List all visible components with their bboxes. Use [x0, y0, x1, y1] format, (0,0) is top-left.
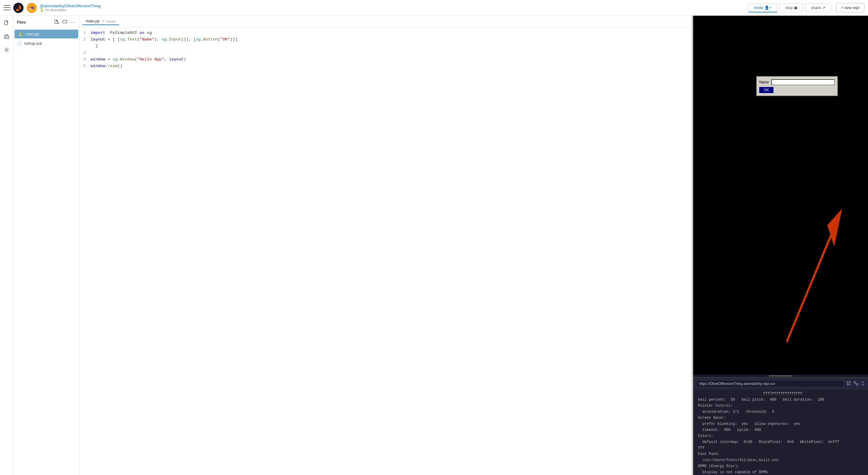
console-line-11: /usr/share/fonts/X11/misc,built-ins [698, 457, 863, 463]
file-item-main-py[interactable]: 🐍 main.py [14, 30, 78, 38]
console-line-0: fff7ffffffffffffff [698, 391, 863, 397]
invite-button[interactable]: invite 👤+ [748, 3, 777, 12]
tab-filename: main.py [86, 19, 100, 23]
python-icon: 🐍 [40, 8, 44, 12]
stop-button[interactable]: stop ◼ [779, 3, 803, 12]
user-avatar: 🦔 [27, 3, 37, 13]
gui-ok-button[interactable]: OK [759, 87, 773, 93]
svg-line-13 [856, 383, 856, 384]
hamburger-menu[interactable] [4, 4, 10, 11]
preview-scrollbar [693, 375, 868, 377]
python-file-icon: 🐍 [18, 32, 23, 36]
svg-rect-12 [856, 384, 858, 385]
console-expand-button[interactable] [854, 381, 858, 387]
console-line-5: prefer blanking: yes allow exposures: ye… [698, 421, 863, 427]
sidebar-icons [0, 16, 13, 475]
console-area: fff7ffffffffffffff bell percent: 50 bell… [693, 378, 868, 475]
code-body[interactable]: 1 import PySimpleGUI as sg 2 layout = [ … [80, 27, 692, 475]
console-line-10: Font Path: [698, 451, 863, 457]
console-line-2: Pointer Control: [698, 403, 863, 409]
console-close-button[interactable] [861, 381, 865, 386]
console-line-13: Display is not capable of DPMS [698, 469, 863, 475]
sidebar-icon-files[interactable] [3, 19, 10, 27]
console-line-6: timeout: 600 cycle: 600 [698, 427, 863, 433]
gui-dialog: Name OK [756, 76, 838, 96]
console-line-1: bell percent: 50 bell pitch: 400 bell du… [698, 397, 863, 403]
user-info: @alvendarthy/OliveOffensiveThing 🐍 No de… [40, 4, 100, 12]
file-name-main-py: main.py [25, 32, 39, 36]
new-folder-button[interactable] [62, 19, 68, 26]
gui-ok-row: OK [759, 87, 835, 93]
replit-logo [13, 3, 24, 13]
topbar-center-actions: invite 👤+ stop ◼ share ↗ [747, 3, 832, 12]
editor-tab-main-py[interactable]: main.py saved [82, 18, 119, 25]
console-line-3: acceleration: 2/1 threshold: 4 [698, 409, 863, 415]
main-layout: Files ⋯ 🐍 [0, 16, 868, 475]
code-line-3: 3 [80, 50, 692, 56]
gui-dialog-row: Name [759, 79, 835, 85]
arrow-annotation [693, 16, 868, 375]
files-label: Files [17, 20, 26, 25]
more-files-button[interactable]: ⋯ [70, 19, 76, 26]
external-link-button[interactable] [846, 381, 851, 387]
console-output: fff7ffffffffffffff bell percent: 50 bell… [693, 389, 868, 475]
new-repl-button[interactable]: + new repl [836, 3, 864, 12]
scrollbar-track[interactable] [769, 375, 793, 377]
console-url-input[interactable] [696, 380, 844, 387]
svg-line-10 [848, 382, 850, 383]
sidebar-icon-settings[interactable] [3, 46, 10, 54]
file-panel: Files ⋯ 🐍 [13, 16, 80, 475]
svg-point-4 [6, 49, 7, 51]
no-description: 🐍 No description [40, 8, 100, 12]
console-line-4: Screen Saver: [698, 415, 863, 421]
code-line-2b: ] [80, 43, 692, 50]
svg-line-9 [786, 211, 841, 342]
svg-rect-11 [854, 382, 856, 383]
topbar: 🦔 @alvendarthy/OliveOffensiveThing 🐍 No … [0, 0, 868, 16]
console-line-7: Colors: [698, 433, 863, 439]
code-line-4: 4 window = sg.Window("Hello App", layout… [80, 56, 692, 63]
file-panel-header: Files ⋯ [13, 16, 80, 29]
code-line-1: 1 import PySimpleGUI as sg [80, 30, 692, 36]
username-link[interactable]: @alvendarthy/OliveOffensiveThing [40, 4, 100, 8]
saved-indicator: saved [101, 19, 115, 23]
editor-area: main.py saved 1 import PySimpleGUI as sg… [80, 16, 692, 475]
gui-name-input[interactable] [771, 79, 835, 85]
file-icon-nohup: 📄 [17, 41, 22, 46]
sidebar-icon-packages[interactable] [3, 33, 10, 40]
file-panel-actions: ⋯ [54, 19, 76, 26]
console-line-12: DPMS (Energy Star): [698, 463, 863, 469]
gui-name-label: Name [759, 80, 769, 84]
console-url-bar [693, 378, 868, 389]
code-line-2: 2 layout = [ [sg.Text("Name"), sg.Input(… [80, 36, 692, 43]
console-line-9: fff [698, 445, 863, 451]
file-name-nohup: nohup.out [24, 41, 42, 46]
code-line-5: 5 window.read() [80, 63, 692, 69]
share-button[interactable]: share ↗ [805, 3, 831, 12]
editor-tabs: main.py saved [80, 16, 692, 27]
preview-area: Name OK [693, 16, 868, 375]
right-panel: Name OK [693, 16, 868, 475]
console-line-8: default colormap: 0x20 BlackPixel: 0x0 W… [698, 439, 863, 445]
file-item-nohup-out[interactable]: 📄 nohup.out [13, 39, 80, 48]
new-file-button[interactable] [54, 19, 60, 26]
topbar-left: 🦔 @alvendarthy/OliveOffensiveThing 🐍 No … [4, 3, 744, 13]
